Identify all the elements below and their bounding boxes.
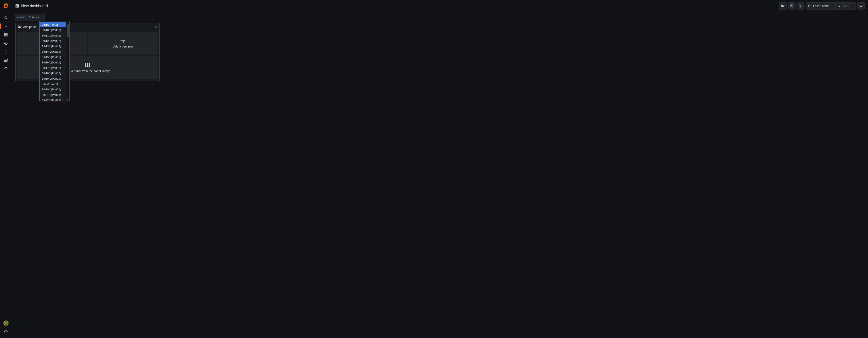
variable-dropdown: Eth1/1(Port1)Eth10/1(Port10)Eth11/1(Port…: [39, 21, 70, 102]
nav-user[interactable]: [0, 319, 12, 328]
time-picker: Last 6 hours: [806, 2, 856, 9]
dashboards-icon: [15, 4, 19, 8]
scrollbar[interactable]: ▲ ▼: [66, 21, 69, 101]
time-picker-button[interactable]: Last 6 hours: [806, 2, 836, 9]
nav-explore[interactable]: [0, 39, 12, 48]
book-open-icon: [85, 63, 90, 67]
svg-rect-23: [781, 5, 781, 6]
nav-search[interactable]: [0, 13, 12, 22]
add-panel-title: Add panel: [23, 25, 36, 29]
left-nav: [0, 0, 12, 338]
refresh-interval-button[interactable]: [849, 2, 856, 9]
shield-icon: [4, 67, 8, 71]
svg-rect-24: [782, 5, 783, 6]
svg-line-1: [6, 19, 7, 19]
variable-option[interactable]: Eth15/1(Port15): [40, 55, 66, 60]
chevron-down-icon: [831, 5, 834, 7]
save-icon: [790, 4, 794, 8]
bell-icon: [4, 50, 8, 54]
main: Add panel Add a new panel: [12, 21, 868, 338]
clock-icon: [808, 4, 811, 8]
grafana-logo-icon: [3, 3, 9, 9]
variable-bar: ifName: [12, 12, 868, 23]
variable-option[interactable]: Eth12/1(Port12): [40, 38, 66, 44]
gear-icon: [799, 4, 803, 8]
variable-label[interactable]: ifName: [15, 13, 27, 21]
nav-alerting[interactable]: [0, 48, 12, 56]
variable-dropdown-list[interactable]: Eth1/1(Port1)Eth10/1(Port10)Eth11/1(Port…: [40, 21, 66, 101]
variable-option[interactable]: Eth11/1(Port11): [40, 33, 66, 38]
svg-rect-37: [19, 27, 20, 28]
svg-rect-7: [6, 35, 7, 36]
svg-rect-15: [4, 324, 5, 325]
svg-rect-6: [4, 35, 5, 36]
help-icon: [4, 330, 8, 334]
variable-option[interactable]: Eth22/1(Port22): [40, 97, 66, 101]
scrollbar-thumb[interactable]: [67, 24, 69, 37]
close-button[interactable]: [153, 24, 158, 29]
card-add-from-library[interactable]: Add a panel from the panel library: [17, 56, 158, 79]
nav-configuration[interactable]: [0, 56, 12, 64]
nav-help[interactable]: [0, 328, 12, 336]
card-add-new-row[interactable]: Add a new row: [88, 32, 158, 55]
svg-rect-20: [18, 4, 19, 5]
add-panel-header: Add panel: [16, 23, 159, 31]
svg-point-28: [800, 5, 801, 6]
plus-icon: [4, 24, 8, 28]
dashboard-settings-button[interactable]: [797, 2, 804, 9]
svg-rect-22: [18, 6, 19, 7]
variable-option[interactable]: Eth19/1(Port19): [40, 76, 66, 81]
svg-rect-14: [5, 322, 6, 324]
variable-option[interactable]: Eth18/1(Port18): [40, 71, 66, 76]
variable-option[interactable]: Eth16/1(Port16): [40, 60, 66, 65]
variable-option[interactable]: Eth1/1(Port1): [40, 22, 66, 27]
card-label: Add a new row: [113, 45, 133, 48]
add-panel-widget: Add panel Add a new panel: [15, 23, 160, 81]
search-icon: [4, 16, 8, 20]
dashboards-icon: [4, 33, 8, 37]
scrollbar-down-arrow[interactable]: ▼: [66, 98, 69, 101]
variable-option[interactable]: Eth20/1(Port20): [40, 87, 66, 92]
svg-rect-5: [6, 33, 7, 34]
svg-line-31: [840, 6, 840, 7]
cycle-view-button[interactable]: [858, 2, 865, 9]
grafana-logo[interactable]: [0, 0, 12, 12]
top-bar: New dashboard: [12, 0, 868, 12]
variable-option[interactable]: Eth14/1(Port14): [40, 49, 66, 54]
save-dashboard-button[interactable]: [788, 2, 796, 9]
add-panel-button[interactable]: [779, 2, 787, 9]
variable-option[interactable]: Eth13/1(Port13): [40, 44, 66, 49]
gear-icon: [4, 58, 8, 62]
nav-dashboards[interactable]: [0, 31, 12, 39]
svg-rect-19: [16, 4, 17, 5]
svg-rect-21: [16, 6, 17, 7]
monitor-icon: [859, 4, 863, 8]
refresh-icon: [844, 4, 848, 8]
page-title[interactable]: New dashboard: [21, 4, 48, 8]
svg-rect-12: [4, 321, 5, 322]
toolbar: Last 6 hours: [779, 2, 865, 9]
variable-input[interactable]: [27, 13, 45, 21]
zoom-out-icon: [837, 4, 841, 8]
refresh-button[interactable]: [842, 2, 849, 9]
scrollbar-up-arrow[interactable]: ▲: [66, 21, 69, 24]
compass-icon: [4, 41, 8, 45]
nav-server-admin[interactable]: [0, 64, 12, 73]
variable-option[interactable]: Eth17/1(Port17): [40, 65, 66, 71]
add-panel-icon: [780, 4, 785, 8]
svg-point-10: [5, 60, 6, 61]
nav-create[interactable]: [0, 22, 12, 31]
time-picker-label: Last 6 hours: [811, 4, 831, 8]
svg-rect-13: [6, 321, 8, 322]
svg-rect-36: [18, 26, 19, 27]
variable-option[interactable]: Eth21/1(Port21): [40, 92, 66, 97]
svg-rect-16: [6, 324, 8, 325]
variable-option[interactable]: Eth10/1(Port10): [40, 27, 66, 33]
svg-point-0: [5, 17, 7, 19]
svg-rect-33: [860, 5, 862, 6]
card-label: Add a panel from the panel library: [65, 69, 110, 73]
zoom-out-button[interactable]: [835, 2, 843, 9]
svg-point-8: [4, 42, 7, 45]
svg-marker-9: [5, 43, 6, 44]
variable-option[interactable]: Eth2/1(Port2): [40, 82, 66, 87]
